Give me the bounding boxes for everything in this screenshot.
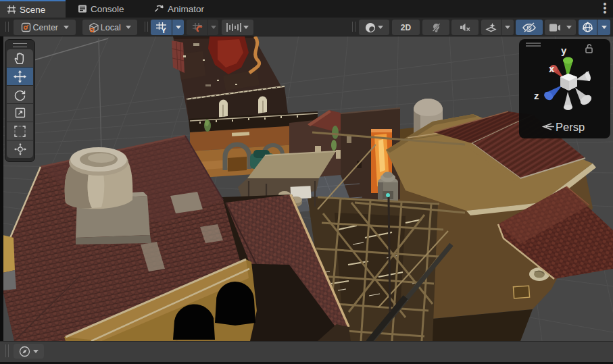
svg-text:Persp: Persp	[556, 121, 585, 133]
svg-text:x: x	[549, 63, 555, 74]
svg-text:Y: Y	[162, 26, 167, 34]
svg-text:z: z	[534, 90, 539, 101]
svg-text:y: y	[561, 45, 567, 56]
